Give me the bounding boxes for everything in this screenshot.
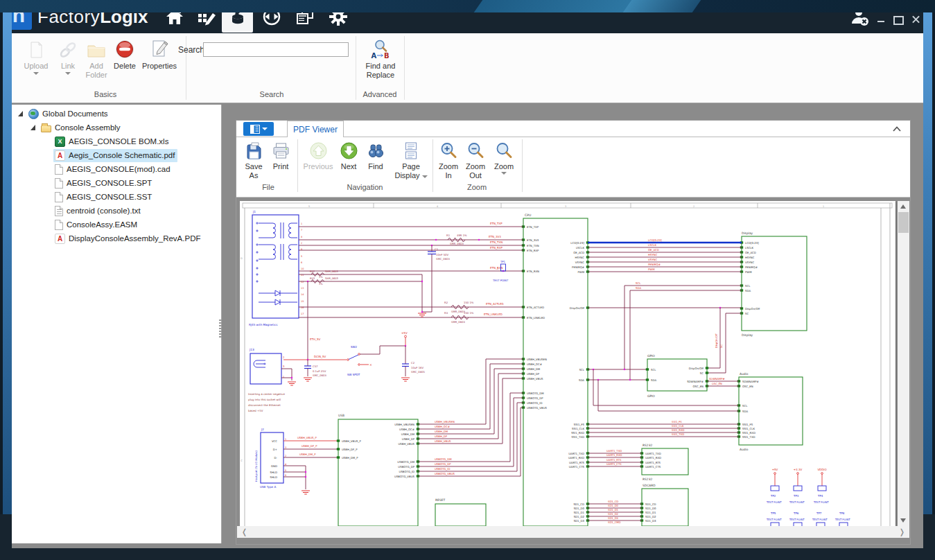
horizontal-scrollbar[interactable]: ❬ ❭	[237, 526, 909, 538]
svg-text:USBH_DM: USBH_DM	[401, 432, 414, 436]
tree-item-file[interactable]: AEGIS_CONSOLE BOM.xls	[12, 134, 263, 148]
tree-expander-icon[interactable]	[30, 124, 37, 131]
panel-splitter[interactable]	[219, 320, 222, 338]
scroll-right-arrow-icon[interactable]: ❭	[899, 527, 905, 536]
svg-text:6: 6	[301, 261, 302, 264]
svg-text:×: ×	[369, 363, 372, 367]
tree-item-file[interactable]: ConsoleAssy.EASM	[12, 218, 263, 231]
svg-text:UART1_RTS: UART1_RTS	[606, 458, 622, 462]
scroll-down-arrow-icon[interactable]	[900, 518, 906, 523]
svg-text:SSI1_TXD: SSI1_TXD	[742, 435, 755, 439]
find-button[interactable]: Find	[363, 141, 388, 171]
svg-text:OE_ACD: OE_ACD	[648, 248, 659, 252]
zoom-icon	[495, 141, 514, 160]
svg-text:SD1_D3: SD1_D3	[574, 519, 585, 523]
close-button[interactable]	[910, 15, 921, 25]
svg-text:ETN_TXN: ETN_TXN	[527, 244, 539, 247]
svg-text:D-: D-	[274, 456, 278, 460]
svg-text:4: 4	[285, 463, 287, 466]
svg-text:SSI1_CLK: SSI1_CLK	[672, 424, 684, 428]
print-icon	[272, 141, 290, 160]
svg-text:+5V: +5V	[401, 331, 408, 335]
svg-text:3: 3	[283, 365, 284, 368]
svg-text:UART1_CTS: UART1_CTS	[606, 462, 622, 466]
page-display-button[interactable]: Page Display	[393, 141, 429, 180]
svg-text:SDA: SDA	[742, 410, 748, 413]
svg-text:SSI1_RXD: SSI1_RXD	[742, 431, 755, 435]
svg-text:USBH_OC#: USBH_OC#	[435, 425, 450, 428]
tree-expander-icon[interactable]	[17, 110, 24, 117]
svg-text:USBH_VBUS: USBH_VBUS	[527, 377, 543, 380]
search-input[interactable]	[203, 42, 349, 57]
svg-text:SCL: SCL	[636, 281, 641, 285]
svg-text:150 1%: 150 1%	[464, 301, 474, 304]
vertical-scrollbar[interactable]	[898, 201, 909, 526]
add-folder-button[interactable]: Add Folder	[81, 37, 112, 80]
scroll-up-arrow-icon[interactable]	[900, 204, 906, 209]
tree-item-file[interactable]: AEGIS_CONSOLE.SPT	[12, 176, 263, 190]
content-area: Global Documents Console Assembly AEGIS_…	[12, 103, 923, 548]
svg-text:USBOTG_DP: USBOTG_DP	[398, 465, 414, 469]
svg-text:USBOTG_VBUS: USBOTG_VBUS	[394, 475, 414, 478]
delete-button[interactable]: Delete	[110, 37, 139, 71]
svg-text:SD1_CD: SD1_CD	[608, 500, 618, 503]
tree-item-file[interactable]: centroid (console).txt	[12, 204, 263, 218]
svg-text:SW2: SW2	[351, 345, 357, 349]
svg-text:PWM: PWM	[648, 268, 655, 271]
tree-item-file-selected[interactable]: Aegis_Console Schematic.pdf	[12, 148, 263, 162]
tree-item-file[interactable]: AEGIS_CONSOLE.SST	[12, 190, 263, 204]
svg-text:ETN_LINKLED: ETN_LINKLED	[527, 316, 545, 320]
collapse-panel-button[interactable]	[891, 123, 903, 134]
svg-text:2: 2	[285, 455, 286, 457]
zoom-in-button[interactable]: Zoom In	[436, 141, 461, 180]
next-page-button[interactable]: Next	[337, 141, 360, 171]
view-mode-dropdown-button[interactable]	[243, 122, 274, 136]
previous-page-button[interactable]: Previous	[301, 141, 335, 171]
link-button[interactable]: Link	[55, 37, 81, 75]
svg-text:SD1_D2: SD1_D2	[574, 515, 585, 518]
tree-item-global-documents[interactable]: Global Documents	[12, 107, 227, 121]
tree-item-console-assembly[interactable]: Console Assembly	[12, 121, 239, 134]
svg-text:12: 12	[301, 281, 304, 283]
upload-button[interactable]: Upload	[20, 37, 52, 75]
svg-text:SDA: SDA	[579, 378, 584, 382]
reading-pane-icon	[250, 125, 260, 134]
svg-text:OSC_EN: OSC_EN	[742, 385, 753, 388]
svg-text:10uF 16V: 10uF 16V	[411, 366, 423, 369]
svg-text:15: 15	[301, 300, 304, 303]
maximize-button[interactable]	[892, 15, 903, 25]
tree-item-file[interactable]: DisplayConsoleAssembly_RevA.PDF	[12, 231, 263, 245]
find-and-replace-button[interactable]: A B Find and Replace	[358, 37, 403, 80]
svg-text:SC: SC	[745, 312, 749, 315]
svg-text:ETN_3V3: ETN_3V3	[527, 238, 539, 242]
save-as-button[interactable]: Save As	[241, 141, 267, 180]
svg-text:UART1_RTS: UART1_RTS	[645, 461, 661, 464]
tab-pdf-viewer[interactable]: PDF Viewer	[287, 121, 344, 137]
svg-text:SDWNAMP#: SDWNAMP#	[709, 378, 725, 380]
vertical-scroll-thumb[interactable]	[898, 212, 909, 233]
svg-text:PENIRQ#: PENIRQ#	[572, 265, 584, 269]
svg-text:DispOn/Off: DispOn/Off	[689, 367, 704, 370]
zoom-dropdown-button[interactable]: Zoom	[490, 141, 518, 175]
svg-text:17: 17	[301, 313, 304, 315]
svg-text:5: 5	[301, 255, 302, 258]
schematic-page: 54321DCCPUETN_TXPETN_3V3ETN_TXNETN_RXPET…	[240, 201, 895, 526]
svg-text:4: 4	[437, 205, 438, 208]
page-display-icon	[402, 141, 420, 160]
svg-text:PENIRQ#: PENIRQ#	[648, 263, 661, 266]
svg-text:SC: SC	[719, 344, 723, 348]
pdf-content-area: 54321DCCPUETN_TXPETN_3V3ETN_TXNETN_RXPET…	[236, 198, 910, 544]
properties-button[interactable]: Properties	[138, 37, 181, 71]
zoom-out-button[interactable]: Zoom Out	[462, 141, 489, 180]
upload-icon	[26, 37, 46, 60]
svg-text:J13: J13	[249, 348, 254, 351]
scroll-left-arrow-icon[interactable]: ❬	[241, 527, 247, 536]
svg-text:SD1_D1: SD1_D1	[574, 511, 585, 514]
print-button[interactable]: Print	[268, 141, 293, 171]
save-icon	[245, 141, 263, 160]
svg-text:SC: SC	[700, 371, 704, 375]
minimize-button[interactable]	[875, 15, 886, 25]
tree-item-file[interactable]: AEGIS_CONSOLE(mod).cad	[12, 162, 263, 176]
find-replace-icon: A B	[370, 37, 391, 60]
svg-text:8: 8	[301, 236, 302, 238]
